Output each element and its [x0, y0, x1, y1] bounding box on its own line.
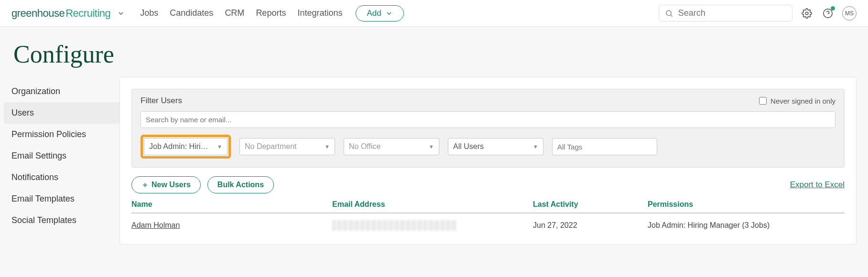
sidebar-item-label: Permission Policies — [11, 129, 86, 139]
th-activity[interactable]: Last Activity — [533, 200, 648, 209]
chevron-down-icon: ▼ — [533, 144, 538, 149]
add-button[interactable]: Add — [356, 5, 403, 21]
avatar[interactable]: MS — [842, 6, 857, 21]
nav-links: Jobs Candidates CRM Reports Integrations — [140, 8, 342, 18]
nav-reports[interactable]: Reports — [256, 8, 286, 18]
nav-integrations[interactable]: Integrations — [297, 8, 342, 18]
avatar-initials: MS — [845, 10, 854, 17]
cell-name: Adam Holman — [131, 221, 332, 230]
product-switcher[interactable] — [117, 10, 125, 17]
actions-row: New Users Bulk Actions Export to Excel — [131, 176, 845, 193]
sidebar-item-label: Email Settings — [11, 151, 66, 160]
notification-dot-icon — [831, 6, 835, 11]
filter-row: Job Admin: Hiri… ▼ No Department ▼ No Of… — [141, 135, 835, 159]
role-filter-highlight: Job Admin: Hiri… ▼ — [141, 135, 231, 159]
chevron-down-icon: ▼ — [217, 144, 222, 149]
nav-jobs[interactable]: Jobs — [140, 8, 158, 18]
sidebar-item-label: Notifications — [11, 172, 58, 182]
logo-part2: Recruiting — [65, 7, 110, 20]
sidebar-item-users[interactable]: Users — [4, 102, 119, 124]
main: Configure Organization Users Permission … — [0, 27, 868, 277]
role-filter-select[interactable]: Job Admin: Hiri… ▼ — [144, 138, 228, 155]
search-icon — [665, 9, 673, 18]
topnav-right: MS — [659, 5, 857, 21]
chevron-down-icon: ▼ — [325, 144, 330, 149]
tags-filter-input[interactable] — [552, 138, 657, 155]
chevron-down-icon: ▼ — [429, 144, 434, 149]
never-signed-checkbox[interactable] — [759, 97, 767, 105]
users-filter-value: All Users — [453, 142, 484, 151]
top-nav: greenhouse Recruiting Jobs Candidates CR… — [0, 0, 868, 27]
export-excel-link[interactable]: Export to Excel — [790, 180, 845, 190]
filter-panel: Filter Users Never signed in only Job Ad… — [131, 89, 845, 168]
chevron-down-icon — [385, 10, 393, 17]
sidebar-item-email-settings[interactable]: Email Settings — [4, 145, 119, 167]
svg-point-2 — [805, 12, 808, 15]
logo[interactable]: greenhouse Recruiting — [11, 7, 110, 20]
th-permissions[interactable]: Permissions — [648, 200, 845, 209]
plus-icon — [141, 181, 149, 189]
sidebar-item-label: Organization — [11, 86, 60, 96]
department-filter-value: No Department — [245, 142, 297, 151]
department-filter-select[interactable]: No Department ▼ — [239, 138, 335, 155]
search-input[interactable] — [678, 8, 786, 18]
content-panel: Filter Users Never signed in only Job Ad… — [119, 77, 857, 245]
logo-part1: greenhouse — [11, 7, 65, 20]
sidebar-item-email-templates[interactable]: Email Templates — [4, 188, 119, 210]
cell-activity: Jun 27, 2022 — [533, 221, 648, 230]
bulk-actions-button[interactable]: Bulk Actions — [207, 176, 274, 193]
office-filter-value: No Office — [349, 142, 380, 151]
redacted-email — [332, 220, 456, 231]
sidebar-item-notifications[interactable]: Notifications — [4, 167, 119, 188]
sidebar: Organization Users Permission Policies E… — [0, 77, 119, 245]
table-header: Name Email Address Last Activity Permiss… — [131, 200, 845, 213]
never-signed-label: Never signed in only — [770, 97, 835, 105]
add-button-label: Add — [367, 9, 381, 18]
cell-email — [332, 220, 533, 231]
users-filter-select[interactable]: All Users ▼ — [448, 138, 543, 155]
nav-crm[interactable]: CRM — [225, 8, 244, 18]
nav-candidates[interactable]: Candidates — [170, 8, 213, 18]
help-button[interactable] — [821, 7, 835, 20]
sidebar-item-label: Email Templates — [11, 194, 75, 203]
th-email[interactable]: Email Address — [332, 200, 533, 209]
cell-permissions: Job Admin: Hiring Manager (3 Jobs) — [648, 221, 845, 230]
never-signed-in-toggle[interactable]: Never signed in only — [759, 97, 835, 105]
new-users-label: New Users — [152, 181, 191, 189]
role-filter-value: Job Admin: Hiri… — [149, 142, 208, 151]
th-name[interactable]: Name — [131, 200, 332, 209]
svg-point-0 — [666, 11, 671, 15]
sidebar-item-permission-policies[interactable]: Permission Policies — [4, 124, 119, 145]
sidebar-item-label: Users — [11, 108, 34, 117]
new-users-button[interactable]: New Users — [131, 176, 201, 193]
page-title: Configure — [0, 27, 868, 77]
table-row: Adam Holman Jun 27, 2022 Job Admin: Hiri… — [131, 213, 845, 233]
sidebar-item-label: Social Templates — [11, 215, 76, 225]
users-table: Name Email Address Last Activity Permiss… — [131, 200, 845, 233]
sidebar-item-social-templates[interactable]: Social Templates — [4, 210, 119, 231]
svg-line-1 — [671, 15, 672, 16]
filter-search-input[interactable] — [141, 111, 835, 128]
sidebar-item-organization[interactable]: Organization — [4, 81, 119, 102]
settings-button[interactable] — [800, 7, 814, 20]
bulk-actions-label: Bulk Actions — [217, 181, 264, 189]
svg-point-3 — [824, 9, 832, 17]
global-search[interactable] — [659, 5, 792, 21]
gear-icon — [802, 8, 812, 19]
user-name-link[interactable]: Adam Holman — [131, 221, 180, 229]
filter-title: Filter Users — [141, 96, 182, 106]
office-filter-select[interactable]: No Office ▼ — [344, 138, 439, 155]
